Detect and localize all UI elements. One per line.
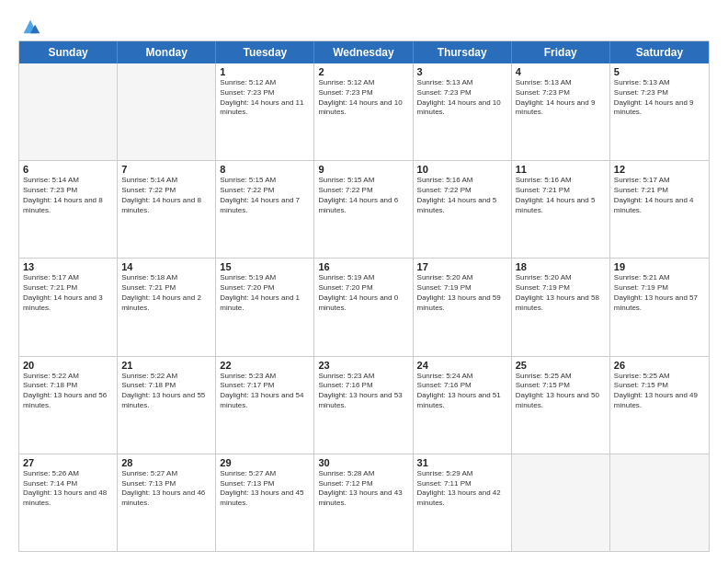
day-number: 8	[220, 164, 310, 175]
day-number: 23	[318, 360, 408, 371]
day-info: Sunrise: 5:22 AM Sunset: 7:18 PM Dayligh…	[121, 372, 211, 411]
day-info: Sunrise: 5:23 AM Sunset: 7:16 PM Dayligh…	[318, 372, 408, 411]
day-number: 16	[318, 261, 408, 272]
calendar-cell: 30Sunrise: 5:28 AM Sunset: 7:12 PM Dayli…	[314, 454, 413, 551]
calendar-header: SundayMondayTuesdayWednesdayThursdayFrid…	[19, 41, 709, 63]
day-number: 22	[220, 360, 310, 371]
day-number: 3	[417, 66, 507, 77]
calendar-row-0: 1Sunrise: 5:12 AM Sunset: 7:23 PM Daylig…	[19, 63, 709, 160]
page: SundayMondayTuesdayWednesdayThursdayFrid…	[0, 0, 728, 563]
day-number: 25	[516, 360, 606, 371]
day-info: Sunrise: 5:21 AM Sunset: 7:19 PM Dayligh…	[614, 273, 705, 313]
header-cell-thursday: Thursday	[414, 41, 512, 63]
day-info: Sunrise: 5:15 AM Sunset: 7:22 PM Dayligh…	[220, 176, 310, 215]
calendar-cell: 12Sunrise: 5:17 AM Sunset: 7:21 PM Dayli…	[610, 161, 709, 258]
calendar-cell: 23Sunrise: 5:23 AM Sunset: 7:16 PM Dayli…	[314, 357, 413, 454]
calendar-cell: 29Sunrise: 5:27 AM Sunset: 7:13 PM Dayli…	[216, 454, 314, 551]
day-number: 28	[121, 457, 211, 468]
day-number: 27	[23, 457, 113, 468]
calendar-cell: 19Sunrise: 5:21 AM Sunset: 7:19 PM Dayli…	[610, 259, 709, 355]
day-info: Sunrise: 5:14 AM Sunset: 7:23 PM Dayligh…	[23, 176, 113, 215]
day-info: Sunrise: 5:17 AM Sunset: 7:21 PM Dayligh…	[23, 273, 113, 313]
calendar-cell: 26Sunrise: 5:25 AM Sunset: 7:15 PM Dayli…	[610, 357, 709, 454]
header-cell-monday: Monday	[118, 41, 216, 63]
day-number: 21	[121, 360, 211, 371]
calendar-cell: 2Sunrise: 5:12 AM Sunset: 7:23 PM Daylig…	[314, 63, 413, 160]
calendar-cell: 3Sunrise: 5:13 AM Sunset: 7:23 PM Daylig…	[414, 63, 512, 160]
calendar-cell	[512, 454, 610, 551]
header-cell-friday: Friday	[512, 41, 610, 63]
calendar-cell	[118, 63, 216, 160]
day-info: Sunrise: 5:14 AM Sunset: 7:22 PM Dayligh…	[121, 176, 211, 215]
day-info: Sunrise: 5:16 AM Sunset: 7:22 PM Dayligh…	[417, 176, 507, 215]
calendar-cell: 21Sunrise: 5:22 AM Sunset: 7:18 PM Dayli…	[118, 357, 216, 454]
calendar-cell: 11Sunrise: 5:16 AM Sunset: 7:21 PM Dayli…	[512, 161, 610, 258]
day-number: 1	[220, 66, 310, 77]
calendar-cell: 8Sunrise: 5:15 AM Sunset: 7:22 PM Daylig…	[216, 161, 314, 258]
calendar-row-1: 6Sunrise: 5:14 AM Sunset: 7:23 PM Daylig…	[19, 160, 709, 258]
day-info: Sunrise: 5:18 AM Sunset: 7:21 PM Dayligh…	[121, 273, 211, 313]
day-number: 11	[516, 164, 606, 175]
day-number: 31	[417, 457, 507, 468]
calendar-cell: 6Sunrise: 5:14 AM Sunset: 7:23 PM Daylig…	[19, 161, 118, 258]
calendar-cell: 1Sunrise: 5:12 AM Sunset: 7:23 PM Daylig…	[216, 63, 314, 160]
calendar-row-4: 27Sunrise: 5:26 AM Sunset: 7:14 PM Dayli…	[19, 454, 709, 551]
day-number: 9	[318, 164, 408, 175]
calendar-cell: 10Sunrise: 5:16 AM Sunset: 7:22 PM Dayli…	[414, 161, 512, 258]
day-info: Sunrise: 5:20 AM Sunset: 7:19 PM Dayligh…	[516, 273, 606, 313]
header-cell-wednesday: Wednesday	[314, 41, 413, 63]
calendar-cell	[610, 454, 709, 551]
day-info: Sunrise: 5:20 AM Sunset: 7:19 PM Dayligh…	[417, 273, 507, 313]
calendar-cell: 13Sunrise: 5:17 AM Sunset: 7:21 PM Dayli…	[19, 259, 118, 355]
calendar-cell	[19, 63, 118, 160]
calendar-cell: 7Sunrise: 5:14 AM Sunset: 7:22 PM Daylig…	[118, 161, 216, 258]
day-number: 4	[516, 66, 606, 77]
calendar-body: 1Sunrise: 5:12 AM Sunset: 7:23 PM Daylig…	[19, 63, 709, 551]
header-cell-sunday: Sunday	[19, 41, 118, 63]
day-info: Sunrise: 5:19 AM Sunset: 7:20 PM Dayligh…	[318, 273, 408, 313]
day-info: Sunrise: 5:13 AM Sunset: 7:23 PM Dayligh…	[417, 78, 507, 118]
day-info: Sunrise: 5:26 AM Sunset: 7:14 PM Dayligh…	[23, 469, 113, 509]
calendar-cell: 27Sunrise: 5:26 AM Sunset: 7:14 PM Dayli…	[19, 454, 118, 551]
day-info: Sunrise: 5:17 AM Sunset: 7:21 PM Dayligh…	[614, 176, 705, 215]
calendar-cell: 22Sunrise: 5:23 AM Sunset: 7:17 PM Dayli…	[216, 357, 314, 454]
calendar-cell: 24Sunrise: 5:24 AM Sunset: 7:16 PM Dayli…	[414, 357, 512, 454]
calendar-cell: 4Sunrise: 5:13 AM Sunset: 7:23 PM Daylig…	[512, 63, 610, 160]
day-info: Sunrise: 5:25 AM Sunset: 7:15 PM Dayligh…	[614, 372, 705, 411]
day-info: Sunrise: 5:29 AM Sunset: 7:11 PM Dayligh…	[417, 469, 507, 509]
day-number: 26	[614, 360, 705, 371]
day-info: Sunrise: 5:12 AM Sunset: 7:23 PM Dayligh…	[220, 78, 310, 118]
day-number: 12	[614, 164, 705, 175]
day-number: 20	[23, 360, 113, 371]
day-number: 17	[417, 261, 507, 272]
calendar-cell: 16Sunrise: 5:19 AM Sunset: 7:20 PM Dayli…	[314, 259, 413, 355]
day-info: Sunrise: 5:16 AM Sunset: 7:21 PM Dayligh…	[516, 176, 606, 215]
day-info: Sunrise: 5:22 AM Sunset: 7:18 PM Dayligh…	[23, 372, 113, 411]
day-number: 6	[23, 164, 113, 175]
calendar-cell: 14Sunrise: 5:18 AM Sunset: 7:21 PM Dayli…	[118, 259, 216, 355]
calendar-cell: 5Sunrise: 5:13 AM Sunset: 7:23 PM Daylig…	[610, 63, 709, 160]
calendar-cell: 31Sunrise: 5:29 AM Sunset: 7:11 PM Dayli…	[414, 454, 512, 551]
calendar-cell: 25Sunrise: 5:25 AM Sunset: 7:15 PM Dayli…	[512, 357, 610, 454]
day-number: 29	[220, 457, 310, 468]
day-number: 18	[516, 261, 606, 272]
day-info: Sunrise: 5:24 AM Sunset: 7:16 PM Dayligh…	[417, 372, 507, 411]
day-number: 10	[417, 164, 507, 175]
calendar: SundayMondayTuesdayWednesdayThursdayFrid…	[18, 40, 710, 552]
day-info: Sunrise: 5:12 AM Sunset: 7:23 PM Dayligh…	[318, 78, 408, 118]
day-info: Sunrise: 5:28 AM Sunset: 7:12 PM Dayligh…	[318, 469, 408, 509]
logo-icon	[20, 17, 40, 37]
day-info: Sunrise: 5:27 AM Sunset: 7:13 PM Dayligh…	[121, 469, 211, 509]
header-cell-tuesday: Tuesday	[216, 41, 314, 63]
day-info: Sunrise: 5:13 AM Sunset: 7:23 PM Dayligh…	[614, 78, 705, 118]
day-number: 24	[417, 360, 507, 371]
day-number: 14	[121, 261, 211, 272]
day-number: 2	[318, 66, 408, 77]
header-cell-saturday: Saturday	[610, 41, 709, 63]
day-info: Sunrise: 5:15 AM Sunset: 7:22 PM Dayligh…	[318, 176, 408, 215]
day-info: Sunrise: 5:25 AM Sunset: 7:15 PM Dayligh…	[516, 372, 606, 411]
day-number: 15	[220, 261, 310, 272]
calendar-cell: 28Sunrise: 5:27 AM Sunset: 7:13 PM Dayli…	[118, 454, 216, 551]
logo	[18, 17, 40, 33]
day-number: 13	[23, 261, 113, 272]
